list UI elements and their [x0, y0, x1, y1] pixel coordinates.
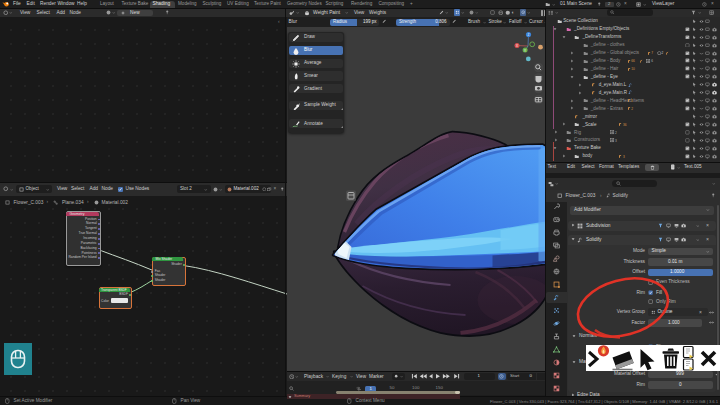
svg-text:X: X [515, 44, 517, 48]
svg-text:Z: Z [527, 33, 529, 37]
svg-text:Y: Y [524, 49, 526, 53]
